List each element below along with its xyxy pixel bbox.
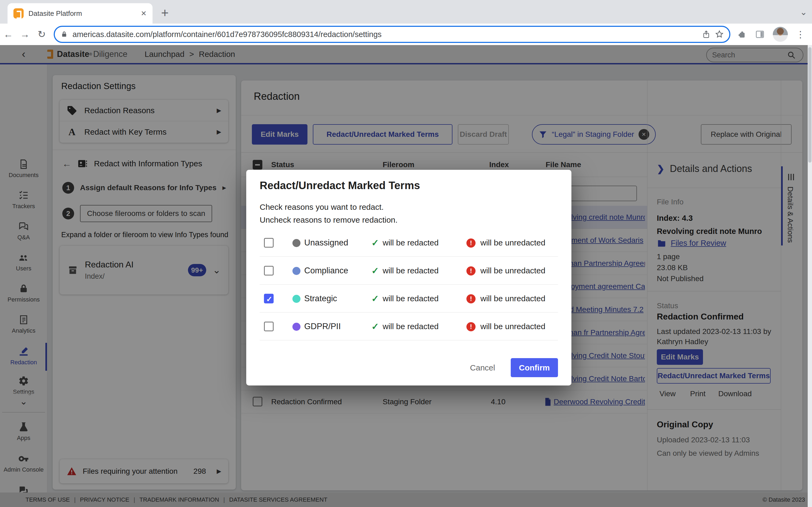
datasite-favicon-icon <box>13 8 23 18</box>
redact-note: will be redacted <box>383 313 439 340</box>
reason-row-gdpr-pii: GDPR/PIIwill be redactedwill be unredact… <box>260 313 558 340</box>
reason-color-dot <box>292 267 300 275</box>
tab-search-chevron-icon[interactable] <box>800 7 807 17</box>
tab-close-icon[interactable] <box>141 9 147 18</box>
redact-note: will be redacted <box>383 257 439 285</box>
avatar[interactable] <box>773 27 788 42</box>
check-icon <box>371 229 379 257</box>
url-bar[interactable]: americas.datasite.com/platform/container… <box>54 26 730 43</box>
reason-label: Compliance <box>304 257 348 285</box>
url-text: americas.datasite.com/platform/container… <box>72 30 698 39</box>
error-icon <box>466 238 475 247</box>
modal-description-1: Check reasons you want to redact. <box>260 203 384 212</box>
reason-row-unassigned: Unassignedwill be redactedwill be unreda… <box>260 229 558 257</box>
side-panel-icon[interactable] <box>755 30 765 39</box>
screen: Datasite Platform americas.datasite.com/… <box>0 0 812 507</box>
redact-note: will be redacted <box>383 229 439 257</box>
unredact-note: will be unredacted <box>480 285 545 313</box>
reason-color-dot <box>292 239 300 247</box>
unredact-note: will be unredacted <box>480 229 545 257</box>
modal-title: Redact/Unredact Marked Terms <box>260 179 420 191</box>
scrollbar[interactable] <box>808 45 812 507</box>
reason-checkbox[interactable] <box>264 322 273 331</box>
back-icon[interactable] <box>0 29 17 40</box>
error-icon <box>466 294 475 303</box>
bookmark-star-icon[interactable] <box>715 30 724 39</box>
reason-checkbox[interactable] <box>264 238 273 247</box>
lock-icon <box>60 30 68 38</box>
unredact-note: will be unredacted <box>480 257 545 285</box>
kebab-menu-icon[interactable] <box>796 29 805 40</box>
error-icon <box>466 322 475 331</box>
reason-checkbox[interactable] <box>264 294 273 303</box>
reason-row-compliance: Compliancewill be redactedwill be unreda… <box>260 257 558 285</box>
reason-color-dot <box>292 295 300 303</box>
scrollbar-thumb[interactable] <box>808 47 811 163</box>
redact-note: will be redacted <box>383 285 439 313</box>
reason-checkbox[interactable] <box>264 266 273 276</box>
tab-strip: Datasite Platform <box>0 0 812 23</box>
confirm-button[interactable]: Confirm <box>511 358 558 377</box>
new-tab-button[interactable] <box>161 6 169 20</box>
check-icon <box>371 313 379 340</box>
check-icon <box>371 285 379 313</box>
extensions-puzzle-icon[interactable] <box>738 30 747 39</box>
browser-toolbar: americas.datasite.com/platform/container… <box>0 23 812 45</box>
forward-icon[interactable] <box>17 29 33 40</box>
unredact-note: will be unredacted <box>480 313 545 340</box>
reason-label: Strategic <box>304 285 337 313</box>
modal-overlay <box>0 45 812 64</box>
tab-title: Datasite Platform <box>29 9 136 18</box>
cancel-button[interactable]: Cancel <box>461 358 504 377</box>
error-icon <box>466 266 475 276</box>
reload-icon[interactable] <box>33 29 50 40</box>
reason-row-strategic: Strategicwill be redactedwill be unredac… <box>260 285 558 313</box>
browser-chrome: Datasite Platform americas.datasite.com/… <box>0 0 812 45</box>
reason-label: GDPR/PII <box>304 313 341 340</box>
browser-tab[interactable]: Datasite Platform <box>7 3 153 23</box>
share-icon[interactable] <box>702 30 711 39</box>
check-icon <box>371 257 379 285</box>
redact-unredact-modal: Redact/Unredact Marked Terms Check reaso… <box>246 170 571 386</box>
reason-color-dot <box>292 323 300 331</box>
modal-description-2: Uncheck reasons to remove redaction. <box>260 215 398 225</box>
reason-label: Unassigned <box>304 229 348 257</box>
